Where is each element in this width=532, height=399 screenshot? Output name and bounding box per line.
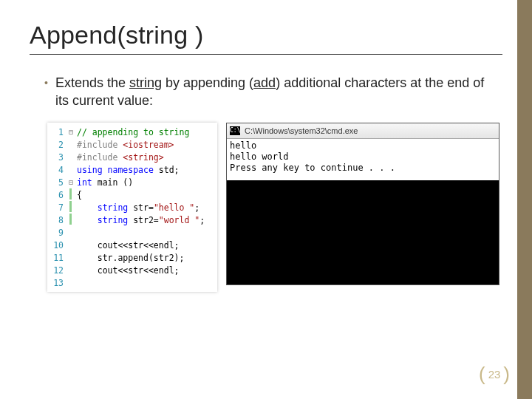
paren-left-icon: ( [479, 363, 485, 386]
console-title: C:\Windows\system32\cmd.exe [245, 126, 358, 135]
bullet-item: • Extends the string by appending (add) … [44, 74, 502, 109]
console-titlebar: C:\ C:\Windows\system32\cmd.exe [227, 123, 499, 139]
code-editor: 1⊟// appending to string 2#include <iost… [47, 123, 217, 292]
code-line: 11 str.append(str2); [47, 251, 217, 264]
slide-body: Append(string ) • Extends the string by … [0, 0, 532, 292]
code-line: 8 string str2="world "; [47, 214, 217, 226]
code-line: 12 cout<<str<<endl; [47, 264, 217, 276]
page-number: 23 [488, 368, 501, 381]
bullet-text: Extends the string by appending (add) ad… [55, 74, 491, 109]
code-line: 2#include <iostream> [47, 138, 217, 151]
code-line: 9 [47, 226, 217, 239]
console-window: C:\ C:\Windows\system32\cmd.exe hello he… [226, 123, 499, 292]
code-line: 7 string str="hello "; [47, 201, 217, 214]
paren-right-icon: ) [503, 363, 510, 386]
code-line: 6{ [47, 188, 217, 201]
code-line: 1⊟// appending to string [47, 126, 217, 138]
code-line: 3#include <string> [47, 151, 217, 163]
cmd-icon: C:\ [230, 126, 240, 135]
bullet-dot-icon: • [44, 74, 48, 92]
accent-stripe [517, 0, 532, 399]
title-underline [30, 54, 502, 55]
code-line: 5⊟int main () [47, 176, 217, 188]
code-line: 10 cout<<str<<endl; [47, 239, 217, 251]
console-black-area [227, 181, 499, 284]
content-row: 1⊟// appending to string 2#include <iost… [47, 123, 502, 292]
code-line: 13 [47, 276, 217, 289]
console-output: hello hello world Press any key to conti… [227, 139, 499, 181]
code-line: 4using namespace std; [47, 163, 217, 176]
slide-title: Append(string ) [30, 21, 502, 50]
page-number-badge: ( 23 ) [479, 363, 510, 386]
